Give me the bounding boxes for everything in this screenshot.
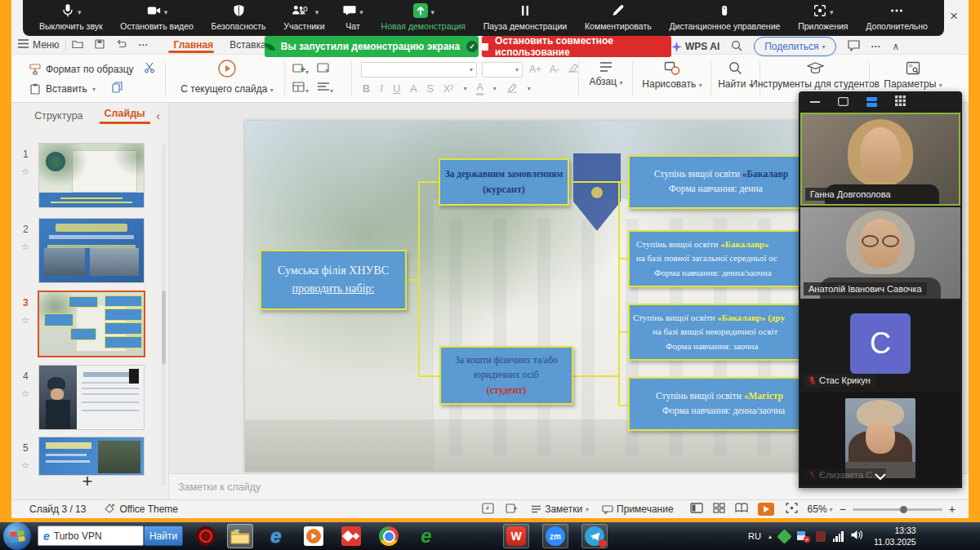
taskbar-telegram-icon[interactable] (581, 524, 608, 548)
chevron-down-icon[interactable]: ▾ (164, 9, 168, 16)
font-color-button[interactable]: A (476, 82, 483, 95)
draw-button[interactable]: Нарисовать ▾ (637, 61, 707, 90)
paste-button[interactable]: Вставить▾ (29, 82, 123, 96)
slideshow-play-button[interactable] (758, 503, 774, 516)
clear-format-icon[interactable] (568, 63, 578, 75)
slide-box-degree-2[interactable]: Ступінь вищої освіти «Бакалавр» на базі … (628, 230, 807, 287)
slide-box-degree-1[interactable]: Ступінь вищої освіти «Бакалавр Форма нав… (628, 155, 807, 209)
new-share-button[interactable]: ▾ Новая демонстрация (376, 0, 470, 36)
video-tile-4[interactable]: Єлизавета С… (800, 392, 960, 485)
favorite-star-icon[interactable]: ☆ (21, 242, 29, 252)
volume-icon[interactable] (851, 529, 863, 543)
tray-app-icon[interactable] (816, 531, 826, 542)
tray-expand-icon[interactable]: ▴ (768, 533, 772, 540)
favorite-star-icon[interactable]: ☆ (21, 315, 29, 326)
layout-icon[interactable]: ▾ (292, 82, 309, 96)
slide-box-degree-4[interactable]: Ступінь вищої освіти «Магістр Форма навч… (628, 377, 807, 431)
quickbar-more-icon[interactable]: ··· (138, 39, 148, 51)
increase-font-button[interactable]: A+ (529, 64, 541, 75)
student-tools-button[interactable]: Инструменты для студентов (764, 61, 866, 90)
network-icon[interactable] (833, 531, 844, 542)
favorite-star-icon[interactable]: ☆ (21, 166, 29, 177)
slide-box-title[interactable]: Сумська філія ХНУВС проводить набір: (260, 250, 407, 310)
options-button[interactable]: Параметры ▾ (874, 61, 952, 90)
copy-icon[interactable] (112, 82, 123, 96)
new-slide-icon[interactable]: ▾ (292, 63, 309, 78)
zoom-level[interactable]: 65% (808, 503, 827, 515)
search-icon[interactable] (731, 40, 742, 54)
save-icon[interactable] (95, 39, 105, 51)
security-button[interactable]: Безопасность (207, 0, 271, 36)
tab-slides[interactable]: Слайды (100, 108, 150, 124)
add-slide-button[interactable]: + (75, 470, 100, 493)
normal-view-icon[interactable] (690, 503, 703, 516)
open-file-icon[interactable] (72, 39, 83, 51)
comment-toggle[interactable]: Примечание (602, 503, 673, 515)
font-size-select[interactable]: ▾ (482, 62, 523, 78)
decrease-font-button[interactable]: A- (550, 64, 559, 75)
strikethrough-button[interactable]: A (410, 83, 416, 95)
share-button[interactable]: Поделиться▾ (754, 37, 835, 56)
remote-control-button[interactable]: Дистанционное управление (664, 0, 785, 36)
presenter-view-icon[interactable] (482, 503, 494, 517)
mute-button[interactable]: ▾ Выключить звук (34, 0, 108, 36)
menu-label[interactable]: Меню (33, 39, 59, 51)
zoom-out-button[interactable]: − (840, 503, 846, 516)
hamburger-menu-icon[interactable] (18, 39, 29, 51)
collapse-ribbon-icon[interactable]: ∧ (893, 41, 900, 52)
cut-icon[interactable] (144, 62, 155, 77)
slide-box-degree-3[interactable]: Ступінь вищої освіти «Бакалавр» (дру на … (628, 304, 807, 361)
chevron-down-icon[interactable]: ▾ (315, 9, 319, 16)
pause-share-button[interactable]: Пауза демонстрации (479, 0, 572, 36)
sidebar-scrollbar[interactable] (162, 144, 166, 486)
slide-thumbnail-3[interactable] (39, 292, 144, 356)
format-painter-button[interactable]: Формат по образцу (29, 62, 155, 77)
slide-box-paid[interactable]: За кошти фізичних та/або юридичних осіб … (439, 346, 573, 405)
taskbar-explorer-icon[interactable] (227, 524, 253, 548)
clock[interactable]: 13:33 11.03.2025 (874, 525, 916, 548)
taskbar-ie-icon[interactable]: e (263, 524, 289, 548)
reading-view-icon[interactable] (735, 503, 748, 516)
language-indicator[interactable]: RU (748, 531, 761, 541)
chevron-down-icon[interactable]: ▾ (78, 9, 82, 16)
notes-toggle[interactable]: Заметки▾ (531, 503, 589, 515)
comment-icon[interactable] (848, 40, 860, 54)
undo-icon[interactable] (116, 39, 127, 51)
font-name-select[interactable]: ▾ (361, 62, 477, 78)
taskbar-search-button[interactable]: Найти (144, 526, 183, 546)
slide-thumbnail-4[interactable] (39, 366, 144, 429)
wps-ai-button[interactable]: WPS AI (671, 41, 719, 52)
slideshow-setup-icon[interactable] (506, 503, 518, 517)
taskbar-wpp-icon[interactable] (301, 524, 327, 548)
fit-slide-icon[interactable] (786, 503, 798, 516)
video-tile-1[interactable]: Ганна Довгополова (800, 113, 960, 206)
slide-box-state-order[interactable]: За державним замовленням (курсант) (439, 158, 569, 206)
current-slide[interactable]: За державним замовленням (курсант) Сумсь… (245, 121, 807, 472)
chevron-down-icon[interactable] (872, 470, 889, 485)
tray-flag-icon[interactable]: × (797, 531, 808, 542)
underline-button[interactable]: U (393, 83, 400, 95)
speaker-view-icon[interactable] (838, 95, 849, 109)
reset-slide-icon[interactable] (317, 63, 330, 78)
grid-view-icon[interactable] (895, 95, 906, 109)
taskbar-wps-icon[interactable]: W (503, 524, 529, 548)
highlight-color-icon[interactable] (506, 82, 518, 95)
wps-close-button[interactable]: × (944, 7, 964, 26)
annotate-button[interactable]: Комментировать (580, 0, 657, 36)
play-from-current-button[interactable]: С текущего слайда ▾ (175, 59, 279, 95)
chevron-down-icon[interactable]: ▾ (431, 9, 435, 16)
chevron-down-icon[interactable]: ▾ (359, 9, 363, 16)
theme-name[interactable]: Office Theme (119, 503, 178, 515)
tab-outline[interactable]: Структура (29, 110, 87, 122)
ribbon-more-icon[interactable]: ··· (871, 41, 881, 52)
taskbar-zoom-icon[interactable]: zm (542, 524, 568, 548)
zoom-slider[interactable] (853, 508, 942, 511)
taskbar-antivirus-icon[interactable] (193, 524, 219, 548)
video-tile-2[interactable]: Анатолій Іванович Савочка (800, 207, 960, 299)
favorite-star-icon[interactable]: ☆ (21, 388, 29, 399)
video-tile-3[interactable]: С Стас Крикун (800, 300, 960, 390)
more-button[interactable]: Дополнительно (861, 0, 933, 36)
slide-thumbnail-2[interactable] (39, 219, 144, 282)
stop-video-button[interactable]: ▾ Остановить видео (115, 0, 198, 36)
tab-home[interactable]: Главная (165, 39, 221, 51)
